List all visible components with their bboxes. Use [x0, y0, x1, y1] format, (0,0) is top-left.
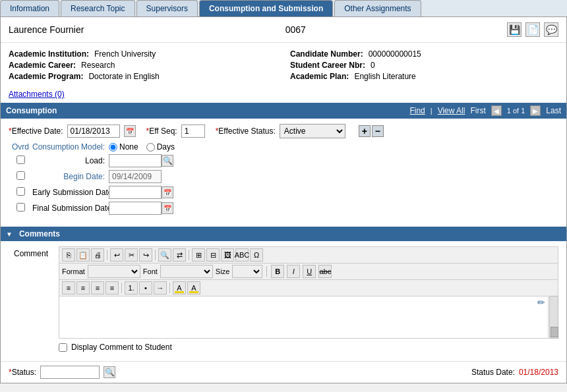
radio-none-input[interactable] — [109, 143, 117, 152]
collapse-icon: ▼ — [6, 231, 13, 238]
underline-btn[interactable]: U — [303, 265, 316, 278]
radio-days-label: Days — [157, 142, 175, 152]
status-date-label: Status Date: — [471, 368, 515, 377]
ovrd-header: Ovrd — [9, 142, 32, 152]
status-input[interactable] — [40, 366, 100, 379]
tab-consumption-submission[interactable]: Consumption and Submission — [199, 0, 333, 16]
icon-save[interactable]: 💾 — [507, 22, 522, 37]
toolbar-sep-1 — [107, 250, 107, 260]
toolbar-img-btn[interactable]: 🖼 — [221, 248, 234, 262]
indent-btn[interactable]: → — [154, 281, 167, 294]
align-right-btn[interactable]: ≡ — [91, 281, 104, 294]
size-label: Size — [216, 267, 229, 275]
find-link[interactable]: Find — [409, 106, 425, 115]
remove-row-btn[interactable]: − — [372, 125, 384, 137]
expand-editor-icon[interactable]: ✏ — [537, 297, 545, 308]
effective-status-select[interactable]: Active Inactive — [280, 124, 345, 138]
italic-btn[interactable]: I — [287, 265, 300, 278]
consumption-title: Consumption — [6, 106, 57, 115]
early-submission-calendar-icon[interactable]: 📅 — [162, 186, 173, 198]
align-justify-btn[interactable]: ≡ — [105, 281, 119, 294]
toolbar-cut-btn[interactable]: ✂ — [125, 248, 138, 262]
final-submission-calendar-icon[interactable]: 📅 — [162, 202, 173, 214]
status-lookup-icon[interactable]: 🔍 — [104, 366, 115, 378]
tab-information[interactable]: Information — [0, 0, 59, 16]
toolbar-table-btn[interactable]: ⊞ — [192, 248, 205, 262]
load-lookup-icon[interactable]: 🔍 — [162, 155, 173, 167]
academic-program-value: Doctorate in English — [88, 72, 159, 81]
align-center-btn[interactable]: ≡ — [76, 281, 90, 294]
display-comment-checkbox[interactable] — [59, 343, 67, 352]
final-submission-input[interactable] — [109, 202, 162, 215]
icon-message[interactable]: 💬 — [544, 22, 558, 37]
toolbar-copy-btn[interactable]: ⎘ — [62, 248, 75, 262]
tab-other-assignments[interactable]: Other Assignments — [334, 0, 421, 16]
comments-header[interactable]: ▼ Comments — [1, 227, 566, 241]
font-label: Font — [143, 267, 158, 275]
load-label: Load: — [32, 156, 105, 165]
radio-days-input[interactable] — [146, 143, 155, 152]
effective-date-label: *Effective Date: — [9, 126, 63, 136]
format-select[interactable]: Heading 1 Paragraph — [88, 265, 140, 278]
toolbar-find-btn[interactable]: 🔍 — [158, 248, 171, 262]
toolbar-table2-btn[interactable]: ⊟ — [206, 248, 220, 262]
candidate-number-label: Candidate Number: — [290, 49, 363, 59]
final-submission-label: Final Submission Date: — [32, 204, 105, 213]
effective-date-input[interactable] — [67, 125, 120, 138]
display-comment-row: Display Comment to Student — [59, 343, 558, 352]
early-submission-input[interactable] — [109, 186, 162, 199]
size-select[interactable]: 12 14 — [232, 265, 262, 278]
next-nav-btn[interactable]: ▶ — [530, 105, 541, 116]
academic-career-value: Research — [81, 61, 115, 70]
begin-date-ovrd-checkbox[interactable] — [16, 171, 25, 180]
final-submission-ovrd-checkbox[interactable] — [16, 203, 25, 211]
bg-color-btn[interactable]: A — [187, 281, 200, 294]
begin-date-input[interactable] — [109, 170, 162, 183]
toolbar-print-btn[interactable]: 🖨 — [91, 248, 104, 262]
add-row-btn[interactable]: + — [359, 125, 371, 137]
prev-nav-btn[interactable]: ◀ — [491, 105, 502, 116]
load-ovrd-checkbox[interactable] — [16, 155, 25, 164]
view-all-link[interactable]: View All — [438, 106, 465, 115]
tab-supervisors[interactable]: Supervisors — [136, 0, 198, 16]
unordered-list-btn[interactable]: • — [139, 281, 152, 294]
toolbar-redo-btn[interactable]: ↪ — [139, 248, 152, 262]
toolbar-paste-btn[interactable]: 📋 — [76, 248, 90, 262]
toolbar-sep-2 — [155, 250, 156, 260]
comment-textarea[interactable] — [59, 296, 549, 339]
academic-program-label: Academic Program: — [9, 72, 83, 81]
toolbar-char-btn[interactable]: Ω — [250, 248, 263, 262]
student-career-nbr-label: Student Career Nbr: — [290, 61, 365, 70]
comments-title: Comments — [19, 229, 60, 238]
align-left-btn[interactable]: ≡ — [62, 281, 75, 294]
last-label: Last — [546, 106, 561, 115]
effective-date-group: *Effective Date: 📅 — [9, 125, 136, 138]
eff-seq-input[interactable] — [181, 125, 205, 138]
toolbar-spell-btn[interactable]: ABC — [235, 248, 249, 262]
font-color-btn[interactable]: A — [173, 281, 186, 294]
bold-btn[interactable]: B — [271, 265, 284, 278]
candidate-number-value: 000000000015 — [369, 49, 421, 59]
begin-date-label: Begin Date: — [32, 172, 105, 181]
effective-date-calendar-icon[interactable]: 📅 — [124, 125, 136, 137]
toolbar-row-2: Format Heading 1 Paragraph Font Arial Ti… — [59, 263, 558, 279]
scrollbar[interactable] — [549, 296, 558, 339]
comment-label-row: Comment ⎘ 📋 🖨 ↩ ✂ ↪ 🔍 ⇄ — [9, 246, 558, 339]
tab-research-topic[interactable]: Research Topic — [61, 0, 135, 16]
consumption-section-header: Consumption Find | View All First ◀ 1 of… — [1, 103, 566, 119]
toolbar-find2-btn[interactable]: ⇄ — [173, 248, 186, 262]
toolbar-undo-btn[interactable]: ↩ — [110, 248, 123, 262]
radio-days-item[interactable]: Days — [146, 142, 175, 152]
header-icons: 💾 📄 💬 — [507, 22, 558, 37]
attachments-link[interactable]: Attachments (0) — [9, 90, 65, 99]
font-select[interactable]: Arial Times New Roman — [160, 265, 213, 278]
nav-page: 1 of 1 — [507, 107, 525, 115]
early-submission-ovrd-checkbox[interactable] — [16, 187, 25, 196]
load-input[interactable] — [109, 154, 162, 167]
icon-document[interactable]: 📄 — [525, 22, 540, 37]
effective-status-group: *Effective Status: Active Inactive — [216, 124, 345, 138]
radio-none-item[interactable]: None — [109, 142, 138, 152]
ordered-list-btn[interactable]: 1. — [125, 281, 138, 294]
attachments-section: Attachments (0) — [1, 87, 566, 103]
strikethrough-btn[interactable]: abc — [318, 265, 332, 278]
